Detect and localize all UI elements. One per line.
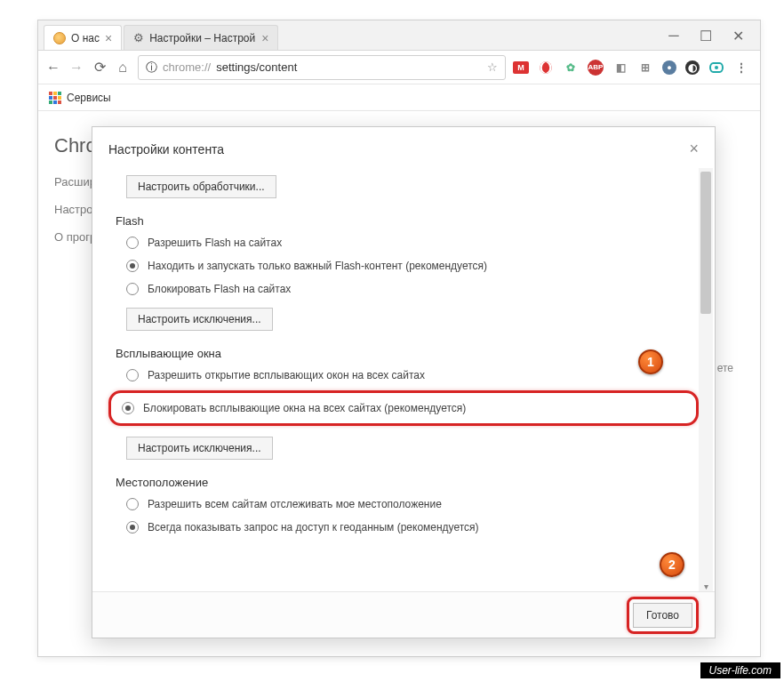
apps-icon[interactable] xyxy=(49,92,61,104)
radio-label: Блокировать всплывающие окна на всех сай… xyxy=(143,402,466,414)
info-icon: ⓘ xyxy=(146,60,157,76)
eye-icon[interactable] xyxy=(708,60,724,76)
radio-location-ask[interactable]: Всегда показывать запрос на доступ к гео… xyxy=(116,516,692,539)
home-button[interactable]: ⌂ xyxy=(115,60,131,76)
radio-flash-block[interactable]: Блокировать Flash на сайтах xyxy=(116,277,692,301)
highlight-done: Готово xyxy=(627,597,699,634)
extension-icons: M ✿ ABP ◧ ⊞ ● ◐ ⋮ xyxy=(513,60,753,76)
radio-icon xyxy=(126,521,139,534)
radio-flash-detect[interactable]: Находить и запускать только важный Flash… xyxy=(116,254,692,277)
radio-icon xyxy=(126,237,139,249)
section-flash-title: Flash xyxy=(116,214,692,228)
tab-close-button[interactable]: × xyxy=(261,31,268,45)
radio-popups-block[interactable]: Блокировать всплывающие окна на всех сай… xyxy=(118,397,689,420)
adblock-icon[interactable]: ABP xyxy=(588,60,604,76)
radio-icon xyxy=(126,498,139,510)
extension-icon[interactable]: ✿ xyxy=(563,60,579,76)
browser-window: ─ ☐ ✕ О нас × ⚙ Настройки – Настройки × … xyxy=(37,20,761,657)
tab-close-button[interactable]: × xyxy=(105,31,112,45)
toolbar: ← → ⟳ ⌂ ⓘ chrome://settings/content ☆ M … xyxy=(38,51,760,84)
radio-label: Всегда показывать запрос на доступ к гео… xyxy=(148,521,479,534)
url-path: settings/content xyxy=(216,60,297,74)
section-location-title: Местоположение xyxy=(116,476,692,489)
badge-number: 1 xyxy=(647,355,654,369)
tab-settings[interactable]: ⚙ Настройки – Настройки × xyxy=(124,25,278,50)
modal-body: Настроить обработчики... Flash Разрешить… xyxy=(92,168,715,591)
scroll-thumb[interactable] xyxy=(700,172,711,314)
radio-icon xyxy=(126,260,139,272)
radio-location-allow[interactable]: Разрешить всем сайтам отслеживать мое ме… xyxy=(116,493,692,516)
window-controls: ─ ☐ ✕ xyxy=(652,20,760,51)
radio-label: Блокировать Flash на сайтах xyxy=(148,283,291,295)
favicon-gear-icon: ⚙ xyxy=(133,31,144,44)
back-button[interactable]: ← xyxy=(45,60,61,76)
badge-number: 2 xyxy=(668,558,676,572)
menu-button[interactable]: ⋮ xyxy=(733,60,749,76)
opera-icon[interactable] xyxy=(538,60,554,76)
forward-button[interactable]: → xyxy=(68,60,84,76)
favicon-orange-icon xyxy=(53,32,66,44)
window-maximize-button[interactable]: ☐ xyxy=(700,29,712,42)
scroll-down-icon[interactable]: ▾ xyxy=(699,582,713,591)
window-close-button[interactable]: ✕ xyxy=(732,29,744,42)
popups-exceptions-button[interactable]: Настроить исключения... xyxy=(126,437,273,460)
radio-icon xyxy=(122,402,134,414)
radio-label: Разрешить Flash на сайтах xyxy=(148,237,282,249)
extension-icon[interactable]: ◐ xyxy=(685,60,700,75)
page-content: Chrome Расшире Настройк О програ ете Нас… xyxy=(38,113,760,656)
modal-title: Настройки контента xyxy=(108,142,224,156)
content-settings-modal: Настройки контента × Настроить обработчи… xyxy=(92,126,716,638)
modal-footer: Готово xyxy=(92,591,715,638)
bookmark-star-icon[interactable]: ☆ xyxy=(487,60,498,74)
tab-about[interactable]: О нас × xyxy=(44,25,122,50)
window-minimize-button[interactable]: ─ xyxy=(668,29,680,42)
highlight-popups-block: Блокировать всплывающие окна на всех сай… xyxy=(108,390,699,426)
section-popups-title: Всплывающие окна xyxy=(116,347,692,360)
extension-icon[interactable]: ⊞ xyxy=(637,60,653,76)
tab-title: О нас xyxy=(71,32,100,44)
radio-popups-allow[interactable]: Разрешить открытие всплывающих окон на в… xyxy=(116,364,692,387)
radio-label: Находить и запускать только важный Flash… xyxy=(148,260,487,272)
background-text: ете xyxy=(717,362,733,374)
apps-label[interactable]: Сервисы xyxy=(67,92,111,104)
annotation-badge-2: 2 xyxy=(660,552,684,577)
extension-icon[interactable]: ◧ xyxy=(612,60,628,76)
address-bar[interactable]: ⓘ chrome://settings/content ☆ xyxy=(138,55,506,80)
flash-exceptions-button[interactable]: Настроить исключения... xyxy=(126,308,273,331)
radio-icon xyxy=(126,283,139,295)
tab-title: Настройки – Настройки xyxy=(149,32,256,44)
annotation-badge-1: 1 xyxy=(638,349,663,374)
gmail-icon[interactable]: M xyxy=(513,61,529,74)
bookmarks-bar: Сервисы xyxy=(38,84,760,111)
url-scheme: chrome:// xyxy=(163,60,211,74)
radio-label: Разрешить открытие всплывающих окон на в… xyxy=(148,369,425,381)
modal-header: Настройки контента × xyxy=(92,127,715,167)
vk-icon[interactable]: ● xyxy=(662,60,676,75)
configure-handlers-button[interactable]: Настроить обработчики... xyxy=(126,175,276,198)
radio-label: Разрешить всем сайтам отслеживать мое ме… xyxy=(148,498,442,510)
radio-icon xyxy=(126,369,139,381)
modal-scrollbar[interactable]: ▴ ▾ xyxy=(699,168,713,591)
radio-flash-allow[interactable]: Разрешить Flash на сайтах xyxy=(116,231,692,254)
watermark: User-life.com xyxy=(700,662,780,678)
modal-close-button[interactable]: × xyxy=(689,140,699,158)
done-button[interactable]: Готово xyxy=(633,603,692,628)
reload-button[interactable]: ⟳ xyxy=(92,59,108,76)
